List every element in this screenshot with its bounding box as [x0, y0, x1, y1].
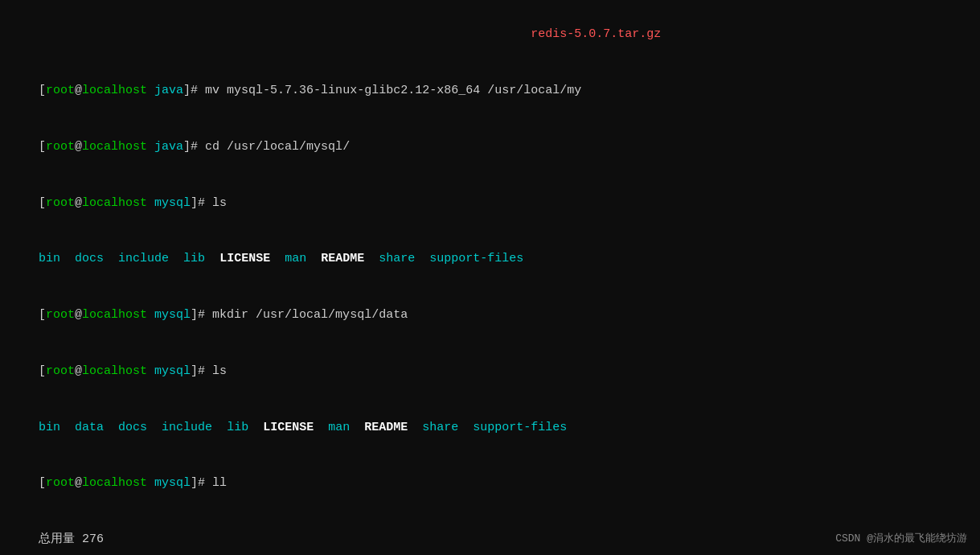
- redis-line: redis-5.0.7.tar.gz: [10, 6, 970, 63]
- ls-output-1: bin docs include lib LICENSE man README …: [10, 231, 970, 287]
- cmd-mkdir: [root@localhost mysql]# mkdir /usr/local…: [10, 287, 970, 343]
- cmd-ls2: [root@localhost mysql]# ls: [10, 343, 970, 400]
- ll-total: 总用量 276: [10, 512, 970, 555]
- ls-output-2: bin data docs include lib LICENSE man RE…: [10, 399, 970, 455]
- csdn-watermark: CSDN @涓水的最⻜能绕坊游: [835, 531, 967, 545]
- terminal-window: redis-5.0.7.tar.gz [root@localhost java]…: [0, 0, 980, 555]
- cmd-cd: [root@localhost java]# cd /usr/local/mys…: [10, 119, 970, 175]
- cmd-mv: [root@localhost java]# mv mysql-5.7.36-l…: [10, 63, 970, 119]
- cmd-ll: [root@localhost mysql]# ll: [10, 455, 970, 512]
- redis-filename: redis-5.0.7.tar.gz: [531, 27, 661, 41]
- cmd-ls1: [root@localhost mysql]# ls: [10, 175, 970, 231]
